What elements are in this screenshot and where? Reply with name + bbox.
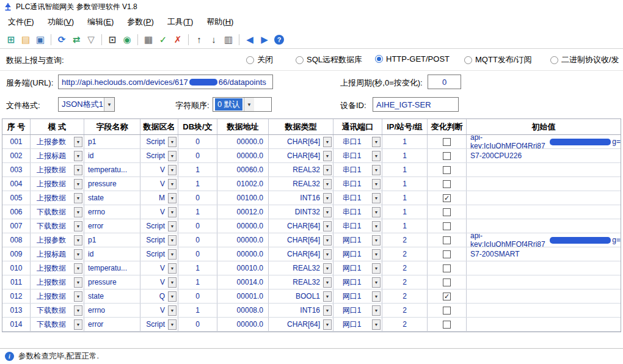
device-id-input[interactable] — [373, 97, 459, 112]
db-block-cell[interactable]: 0 — [178, 247, 217, 261]
data-type-combo[interactable]: CHAR[64]▼ — [269, 318, 333, 331]
prev-icon[interactable]: ◀ — [243, 33, 257, 46]
data-type-combo[interactable]: DINT32▼ — [269, 205, 333, 219]
db-block-cell[interactable]: 1 — [178, 275, 217, 289]
move-down-icon[interactable]: ↓ — [207, 33, 220, 46]
comm-port-combo[interactable]: 网口1▼ — [333, 233, 382, 247]
dropdown-arrow-icon[interactable]: ▼ — [74, 235, 82, 246]
initial-value-cell[interactable]: api-key:IcIuOhMFQf4Rrj87g= — [467, 233, 621, 247]
dropdown-arrow-icon[interactable]: ▼ — [372, 263, 381, 274]
mode-combo[interactable]: 上报数据▼ — [31, 177, 84, 191]
mode-combo[interactable]: 上报标题▼ — [31, 247, 84, 261]
station-cell[interactable]: 1 — [382, 219, 428, 233]
data-address-cell[interactable]: 00000.0 — [217, 233, 269, 247]
menu-f[interactable]: 文件(F) — [1, 14, 41, 30]
help-icon[interactable]: ? — [274, 35, 284, 45]
dropdown-arrow-icon[interactable]: ▼ — [372, 291, 381, 302]
field-name-cell[interactable]: id — [84, 247, 140, 261]
station-cell[interactable]: 1 — [382, 149, 428, 162]
comm-port-combo[interactable]: 网口1▼ — [333, 304, 382, 317]
dropdown-arrow-icon[interactable]: ▼ — [104, 98, 114, 111]
initial-value-cell[interactable] — [467, 191, 621, 205]
apply-icon[interactable]: ✓ — [156, 33, 170, 46]
dropdown-arrow-icon[interactable]: ▼ — [74, 207, 82, 217]
dropdown-arrow-icon[interactable]: ▼ — [168, 305, 177, 316]
radio-mqtt-pub-sub[interactable]: MQTT发布/订阅 — [464, 54, 531, 65]
dropdown-arrow-icon[interactable]: ▼ — [323, 221, 332, 231]
comm-port-combo[interactable]: 串口1▼ — [333, 177, 382, 191]
dropdown-arrow-icon[interactable]: ▼ — [372, 277, 381, 288]
data-area-combo[interactable]: Script▼ — [140, 247, 178, 261]
data-type-combo[interactable]: CHAR[64]▼ — [269, 219, 333, 233]
field-name-cell[interactable]: error — [84, 318, 140, 331]
data-area-combo[interactable]: V▼ — [140, 205, 178, 219]
db-block-cell[interactable]: 0 — [178, 289, 217, 303]
table-icon[interactable]: ▦ — [142, 33, 155, 46]
dropdown-arrow-icon[interactable]: ▼ — [74, 249, 82, 260]
open-file-icon[interactable]: ▤ — [19, 33, 32, 46]
data-area-combo[interactable]: Script▼ — [140, 135, 178, 148]
data-type-combo[interactable]: REAL32▼ — [269, 261, 333, 275]
dropdown-arrow-icon[interactable]: ▼ — [74, 221, 82, 231]
initial-value-cell[interactable]: S7-200CPU226 — [467, 149, 621, 162]
data-address-cell[interactable]: 00008.0 — [217, 304, 269, 317]
menu-t[interactable]: 工具(T) — [161, 14, 200, 30]
change-detect-checkbox[interactable] — [443, 138, 451, 146]
data-area-combo[interactable]: Script▼ — [140, 318, 178, 331]
dropdown-arrow-icon[interactable]: ▼ — [323, 137, 332, 147]
initial-value-cell[interactable] — [467, 304, 621, 317]
initial-value-cell[interactable] — [467, 275, 621, 289]
change-detect-checkbox[interactable] — [443, 222, 451, 230]
dropdown-arrow-icon[interactable]: ▼ — [372, 151, 381, 161]
initial-value-cell[interactable] — [467, 219, 621, 233]
comm-port-combo[interactable]: 串口1▼ — [333, 205, 382, 219]
initial-value-cell[interactable] — [467, 261, 621, 275]
data-area-combo[interactable]: V▼ — [140, 261, 178, 275]
data-address-cell[interactable]: 00000.0 — [217, 219, 269, 233]
data-type-combo[interactable]: CHAR[64]▼ — [269, 135, 333, 148]
station-cell[interactable]: 2 — [382, 275, 428, 289]
data-area-combo[interactable]: V▼ — [140, 163, 178, 177]
db-block-cell[interactable]: 1 — [178, 177, 217, 191]
data-type-combo[interactable]: REAL32▼ — [269, 275, 333, 289]
menu-e[interactable]: 编辑(E) — [81, 14, 120, 30]
dropdown-arrow-icon[interactable]: ▼ — [168, 165, 177, 175]
station-cell[interactable]: 1 — [382, 163, 428, 177]
dropdown-arrow-icon[interactable]: ▼ — [168, 137, 177, 147]
mode-combo[interactable]: 下载数据▼ — [31, 205, 84, 219]
data-area-combo[interactable]: Q▼ — [140, 289, 178, 303]
data-address-cell[interactable]: 00012.0 — [217, 205, 269, 219]
dropdown-arrow-icon[interactable]: ▼ — [168, 235, 177, 246]
initial-value-cell[interactable]: S7-200SMART — [467, 247, 621, 261]
comm-port-combo[interactable]: 串口1▼ — [333, 219, 382, 233]
next-icon[interactable]: ▶ — [258, 33, 271, 46]
change-detect-checkbox[interactable] — [443, 208, 451, 216]
dropdown-arrow-icon[interactable]: ▼ — [74, 165, 82, 175]
data-area-combo[interactable]: Script▼ — [140, 233, 178, 247]
dropdown-arrow-icon[interactable]: ▼ — [74, 319, 82, 330]
initial-value-cell[interactable] — [467, 177, 621, 191]
data-type-combo[interactable]: CHAR[64]▼ — [269, 233, 333, 247]
period-input[interactable] — [428, 75, 461, 89]
data-address-cell[interactable]: 00000.0 — [217, 149, 269, 162]
comm-port-combo[interactable]: 串口1▼ — [333, 135, 382, 148]
comm-port-combo[interactable]: 网口1▼ — [333, 318, 382, 331]
mode-combo[interactable]: 上报数据▼ — [31, 275, 84, 289]
db-block-cell[interactable]: 0 — [178, 233, 217, 247]
mode-combo[interactable]: 下载数据▼ — [31, 219, 84, 233]
change-detect-checkbox[interactable] — [443, 250, 451, 258]
menu-v[interactable]: 功能(V) — [41, 14, 81, 30]
ports-icon[interactable]: ⊞ — [4, 33, 18, 46]
data-type-combo[interactable]: REAL32▼ — [269, 177, 333, 191]
dropdown-arrow-icon[interactable]: ▼ — [74, 305, 82, 316]
station-cell[interactable]: 1 — [382, 135, 428, 148]
comm-port-combo[interactable]: 网口1▼ — [333, 275, 382, 289]
field-name-cell[interactable]: state — [84, 289, 140, 303]
mode-combo[interactable]: 上报数据▼ — [31, 289, 84, 303]
db-block-cell[interactable]: 1 — [178, 163, 217, 177]
dropdown-arrow-icon[interactable]: ▼ — [74, 263, 82, 274]
dropdown-arrow-icon[interactable]: ▼ — [323, 249, 332, 260]
change-detect-checkbox[interactable] — [443, 152, 451, 160]
dropdown-arrow-icon[interactable]: ▼ — [168, 207, 177, 217]
data-address-cell[interactable]: 00060.0 — [217, 163, 269, 177]
